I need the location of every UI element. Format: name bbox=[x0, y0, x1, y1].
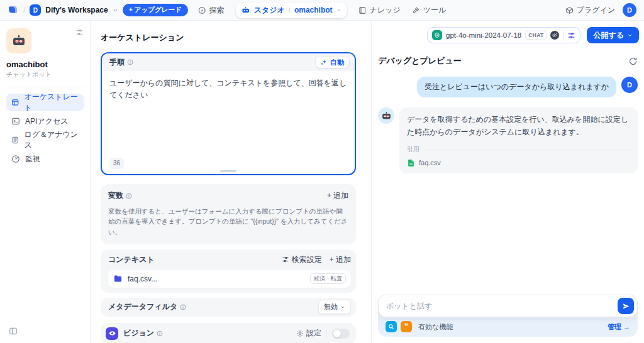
upgrade-button[interactable]: + アップグレード bbox=[123, 4, 188, 16]
app-icon[interactable] bbox=[6, 28, 31, 53]
user-avatar: D bbox=[621, 77, 638, 93]
preview-title: デバッグとプレビュー bbox=[378, 55, 462, 67]
main-toolbar: gpt-4o-mini-2024-07-18 CHAT 公開する bbox=[427, 27, 639, 43]
hammer-icon bbox=[412, 6, 420, 14]
compass-icon bbox=[198, 6, 206, 14]
app-name: omachibot bbox=[6, 60, 84, 69]
send-icon bbox=[622, 302, 630, 310]
context-title: コンテキスト bbox=[108, 254, 155, 265]
nav-plugins-label: プラグイン bbox=[577, 5, 615, 16]
manage-label: 管理 bbox=[608, 322, 621, 332]
publish-button[interactable]: 公開する bbox=[587, 27, 639, 43]
dataset-name: faq.csv... bbox=[128, 275, 157, 283]
resize-handle[interactable] bbox=[220, 170, 236, 172]
sidebar-item-orchestrate[interactable]: オーケストレート bbox=[6, 94, 84, 111]
header-left: / D Dify's Workspace + アップグレード bbox=[8, 4, 188, 16]
page-title: オーケストレーション bbox=[101, 32, 356, 43]
top-header: / D Dify's Workspace + アップグレード 探索 スタジオ /… bbox=[0, 0, 644, 20]
auto-generate-button[interactable]: 自動 bbox=[315, 56, 350, 68]
workspace-name[interactable]: Dify's Workspace bbox=[45, 6, 108, 14]
sidebar-collapse-icon[interactable] bbox=[9, 327, 18, 335]
publish-label: 公開する bbox=[593, 30, 624, 41]
chevron-down-icon[interactable] bbox=[113, 8, 118, 13]
sidebar-item-label: APIアクセス bbox=[25, 116, 68, 127]
bot-message-bubble: データを取得するための基本設定を行い、取込みを開始に設定した時点からのデータがシ… bbox=[399, 107, 638, 173]
context-dataset-item[interactable]: faq.csv... 経済・転置 bbox=[108, 270, 351, 288]
metadata-filter-title: メタデータフィルタ bbox=[108, 302, 186, 312]
model-mode-badge: CHAT bbox=[525, 31, 547, 40]
prompt-editor[interactable]: ユーザーからの質問に対して、コンテキストを参照して、回答を返してください 36 bbox=[102, 71, 355, 174]
gear-icon bbox=[296, 330, 304, 337]
retrieval-settings-label: 検索設定 bbox=[292, 254, 322, 265]
manage-features-link[interactable]: 管理 → bbox=[608, 322, 630, 332]
char-count-badge: 36 bbox=[109, 158, 124, 169]
metadata-filter-select[interactable]: 無効 bbox=[318, 300, 351, 314]
citation-label: 引用 bbox=[407, 145, 419, 154]
nav-plugins[interactable]: プラグイン bbox=[565, 5, 615, 16]
nav-explore-label: 探索 bbox=[209, 5, 225, 16]
openai-icon bbox=[432, 30, 442, 40]
info-icon bbox=[157, 330, 163, 337]
user-message-row: 受注とレビューはいつのデータから取り込まれますか D bbox=[378, 77, 638, 97]
divider bbox=[5, 87, 85, 87]
orchestrate-icon bbox=[11, 98, 19, 107]
model-selector[interactable]: gpt-4o-mini-2024-07-18 CHAT bbox=[427, 27, 580, 43]
robot-icon bbox=[11, 33, 26, 48]
dify-logo[interactable] bbox=[8, 4, 19, 16]
arrow-right-icon: → bbox=[623, 323, 630, 330]
eye-off-icon[interactable] bbox=[550, 31, 559, 40]
send-button[interactable] bbox=[618, 298, 634, 314]
steps-title: 手順 bbox=[109, 57, 133, 68]
add-variable-button[interactable]: + 追加 bbox=[327, 190, 348, 201]
citation-file[interactable]: faq.csv bbox=[407, 159, 630, 167]
sparkle-icon bbox=[321, 59, 328, 66]
header-right: プラグイン D bbox=[565, 3, 636, 17]
nav-explore[interactable]: 探索 bbox=[198, 5, 225, 16]
vision-panel: ビジョン 設定 bbox=[101, 323, 356, 343]
vision-settings-label: 設定 bbox=[306, 328, 321, 339]
divider bbox=[326, 330, 327, 337]
chat-input[interactable] bbox=[386, 302, 618, 310]
workspace-avatar[interactable]: D bbox=[30, 4, 41, 16]
breadcrumb-separator: / bbox=[23, 6, 25, 14]
divider bbox=[425, 149, 630, 150]
nav-tools-label: ツール bbox=[423, 5, 447, 16]
model-params-icon[interactable] bbox=[567, 31, 575, 40]
csv-file-icon bbox=[407, 159, 415, 167]
vision-settings-button[interactable]: 設定 bbox=[296, 328, 321, 339]
chevron-down-icon bbox=[340, 305, 345, 310]
info-icon bbox=[126, 193, 132, 199]
app-settings-icon[interactable] bbox=[75, 28, 84, 36]
nav-tools[interactable]: ツール bbox=[412, 5, 447, 16]
auto-label: 自動 bbox=[330, 58, 344, 67]
variables-description: 変数を使用すると、ユーザーはフォームに入力する際にプロンプトの単語や開始の言葉を… bbox=[108, 206, 348, 237]
user-avatar[interactable]: D bbox=[623, 3, 636, 17]
nav-studio-pill[interactable]: スタジオ / omachibot bbox=[236, 3, 347, 18]
prompt-text: ユーザーからの質問に対して、コンテキストを参照して、回答を返してください bbox=[109, 79, 347, 99]
bot-message-row: データを取得するための基本設定を行い、取込みを開始に設定した時点からのデータがシ… bbox=[378, 107, 638, 173]
studio-separator: / bbox=[289, 6, 291, 14]
nav-studio-label: スタジオ bbox=[254, 5, 285, 16]
sidebar-item-api-access[interactable]: APIアクセス bbox=[6, 112, 84, 130]
vision-toggle[interactable] bbox=[332, 329, 350, 339]
retrieval-settings-button[interactable]: 検索設定 bbox=[282, 254, 322, 265]
sidebar-item-monitoring[interactable]: 監視 bbox=[6, 150, 84, 168]
suggested-questions-icon bbox=[386, 321, 397, 332]
sidebar-item-logs[interactable]: ログ＆アナウンス bbox=[6, 131, 84, 149]
metadata-filter-panel: メタデータフィルタ 無効 bbox=[101, 298, 356, 317]
info-icon bbox=[127, 59, 133, 65]
steps-panel: 手順 自動 ユーザーからの質問に対して、コンテキストを参照して、回答を返してくだ… bbox=[101, 52, 356, 175]
dataset-badge: 経済・転置 bbox=[310, 273, 346, 284]
app-frame: omachibot チャットボット オーケストレート APIアクセス ログ＆アナ… bbox=[0, 20, 644, 343]
info-icon bbox=[180, 304, 186, 310]
debug-preview-panel: デバッグとプレビュー 受注とレビューはいつのデータから取り込まれますか D デー… bbox=[372, 48, 644, 343]
citation-file-name: faq.csv bbox=[419, 159, 441, 166]
user-message-bubble: 受注とレビューはいつのデータから取り込まれますか bbox=[417, 77, 616, 97]
add-context-button[interactable]: + 追加 bbox=[330, 254, 351, 265]
nav-knowledge-label: ナレッジ bbox=[370, 5, 401, 16]
nav-knowledge[interactable]: ナレッジ bbox=[358, 5, 401, 16]
book-icon bbox=[358, 6, 367, 14]
metadata-filter-value: 無効 bbox=[324, 302, 338, 312]
restart-icon[interactable] bbox=[628, 57, 638, 66]
monitoring-icon bbox=[11, 155, 20, 163]
